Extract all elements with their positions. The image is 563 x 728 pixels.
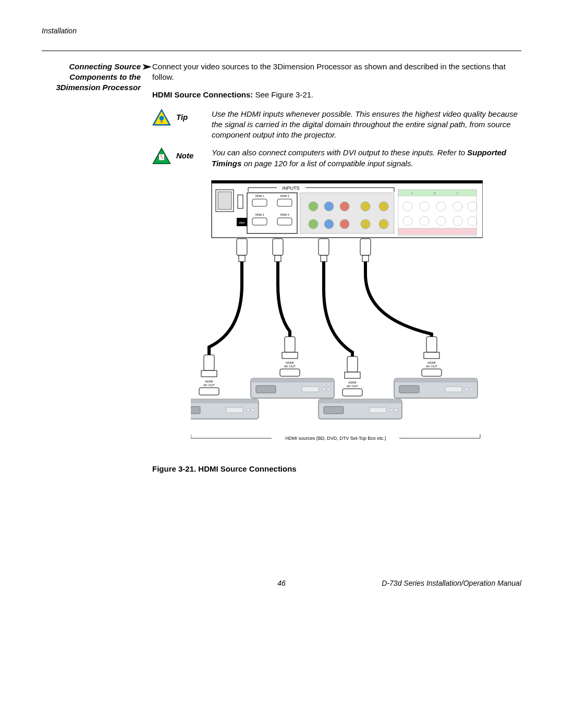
svg-rect-49 bbox=[239, 255, 245, 262]
figure: INPUTS HDMI 1 HDMI 3 HDMI 2 HDMI 4 bbox=[152, 180, 521, 456]
note-left: Note bbox=[152, 147, 202, 164]
intro-paragraph: Connect your video sources to the 3Dimen… bbox=[152, 61, 521, 83]
svg-point-25 bbox=[309, 202, 318, 211]
svg-point-32 bbox=[340, 219, 349, 229]
hdmi-2-label: HDMI 2 bbox=[255, 213, 264, 216]
avout2-t: HDMI bbox=[286, 361, 294, 364]
page-header: Installation bbox=[42, 26, 521, 36]
note-text-pre: You can also connect computers with DVI … bbox=[212, 148, 467, 157]
main-column: Connect your video sources to the 3Dimen… bbox=[152, 61, 521, 474]
header-rule bbox=[42, 51, 521, 51]
svg-text:sion: sion bbox=[239, 221, 244, 224]
svg-point-34 bbox=[379, 219, 388, 229]
svg-rect-3 bbox=[161, 120, 163, 122]
svg-rect-63 bbox=[424, 352, 439, 359]
svg-point-31 bbox=[324, 219, 334, 229]
avout3-t: HDMI bbox=[348, 381, 357, 384]
svg-point-30 bbox=[309, 219, 318, 229]
svg-point-2 bbox=[160, 116, 164, 120]
svg-point-29 bbox=[379, 202, 388, 211]
tip-left: Tip bbox=[152, 109, 202, 126]
avout3-b: AV OUT bbox=[347, 385, 358, 388]
margin-heading: Connecting Source Components to the 3Dim… bbox=[42, 61, 141, 474]
svg-rect-62 bbox=[426, 337, 437, 352]
svg-point-26 bbox=[324, 202, 334, 211]
avout1-b: AV OUT bbox=[203, 384, 215, 387]
svg-point-27 bbox=[340, 202, 349, 211]
svg-rect-58 bbox=[285, 337, 295, 352]
tip-callout: Tip Use the HDMI inputs whenever possibl… bbox=[152, 109, 521, 141]
svg-point-28 bbox=[361, 202, 370, 211]
svg-rect-65 bbox=[280, 369, 300, 376]
section-name: Installation bbox=[42, 27, 77, 35]
content-columns: Connecting Source Components to the 3Dim… bbox=[42, 61, 521, 474]
page-number: 46 bbox=[277, 578, 286, 588]
svg-rect-60 bbox=[347, 356, 358, 372]
svg-rect-18 bbox=[252, 199, 267, 206]
tip-icon bbox=[152, 109, 171, 126]
avout1-t: HDMI bbox=[205, 380, 213, 383]
diagram-svg: INPUTS HDMI 1 HDMI 3 HDMI 2 HDMI 4 bbox=[191, 180, 483, 456]
svg-rect-61 bbox=[345, 372, 360, 378]
svg-rect-67 bbox=[422, 369, 442, 376]
svg-rect-9 bbox=[212, 180, 483, 183]
avout4-b: AV OUT bbox=[426, 365, 437, 368]
svg-rect-47 bbox=[398, 228, 476, 235]
svg-point-33 bbox=[361, 219, 370, 229]
svg-rect-51 bbox=[275, 255, 281, 262]
svg-rect-53 bbox=[321, 255, 327, 262]
svg-rect-59 bbox=[282, 352, 298, 359]
hdmi-3-label: HDMI 3 bbox=[280, 194, 289, 198]
group-a: A bbox=[411, 192, 413, 195]
svg-rect-50 bbox=[273, 239, 283, 255]
tip-text: Use the HDMI inputs whenever possible. T… bbox=[212, 109, 521, 141]
subheading-bold: HDMI Source Connections: bbox=[152, 90, 255, 99]
sources-caption: HDMI sources (BD, DVD, DTV Set-Top Box e… bbox=[285, 436, 386, 441]
svg-rect-20 bbox=[252, 218, 267, 225]
margin-heading-text: Connecting Source Components to the 3Dim… bbox=[56, 62, 141, 92]
group-b: B bbox=[434, 192, 436, 195]
svg-rect-11 bbox=[218, 192, 231, 209]
subheading-line: HDMI Source Connections: See Figure 3-21… bbox=[152, 90, 521, 100]
svg-rect-19 bbox=[277, 199, 292, 206]
avout4-t: HDMI bbox=[427, 361, 436, 364]
svg-rect-66 bbox=[342, 389, 362, 396]
note-text: You can also connect computers with DVI … bbox=[212, 147, 521, 169]
note-icon bbox=[152, 147, 171, 164]
hdmi-4-label: HDMI 4 bbox=[280, 213, 289, 216]
figure-caption: Figure 3-21. HDMI Source Connections bbox=[152, 464, 521, 474]
manual-title: D-73d Series Installation/Operation Manu… bbox=[382, 578, 521, 588]
svg-rect-52 bbox=[319, 239, 329, 255]
source-devices bbox=[191, 378, 478, 419]
svg-rect-21 bbox=[277, 218, 292, 225]
note-callout: Note You can also connect computers with… bbox=[152, 147, 521, 169]
avout2-b: AV OUT bbox=[284, 365, 296, 368]
svg-rect-36 bbox=[398, 190, 476, 196]
svg-rect-54 bbox=[360, 239, 371, 255]
hdmi-1-label: HDMI 1 bbox=[255, 194, 264, 198]
inputs-label: INPUTS bbox=[282, 186, 299, 191]
svg-rect-55 bbox=[362, 255, 369, 262]
svg-rect-56 bbox=[204, 355, 214, 371]
subheading-rest: See Figure 3-21. bbox=[255, 90, 314, 99]
note-text-post: on page 120 for a list of compatible inp… bbox=[241, 159, 413, 168]
svg-rect-64 bbox=[199, 388, 219, 395]
tip-label: Tip bbox=[176, 112, 188, 122]
arrow-icon: ➤ bbox=[142, 61, 152, 72]
group-c: C bbox=[457, 192, 459, 195]
note-label: Note bbox=[176, 151, 193, 161]
svg-rect-48 bbox=[237, 239, 247, 255]
svg-rect-57 bbox=[201, 371, 217, 377]
